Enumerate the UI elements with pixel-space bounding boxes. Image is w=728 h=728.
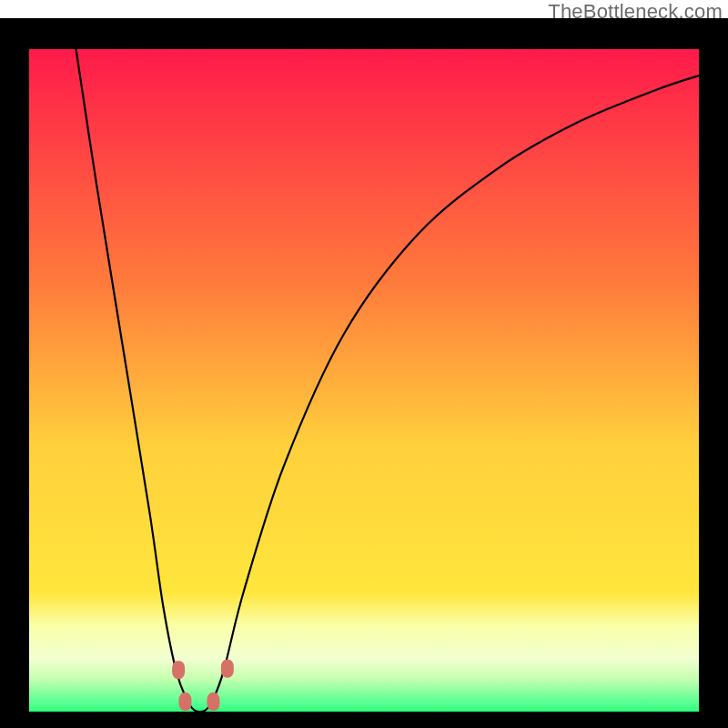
curve-marker [207, 693, 219, 711]
curve-marker [221, 660, 234, 678]
curve-svg [29, 49, 699, 712]
curve-marker [172, 661, 185, 679]
curve-marker [178, 693, 191, 711]
chart-frame [0, 18, 728, 728]
plot-area [29, 49, 699, 712]
bottleneck-curve [76, 49, 699, 712]
